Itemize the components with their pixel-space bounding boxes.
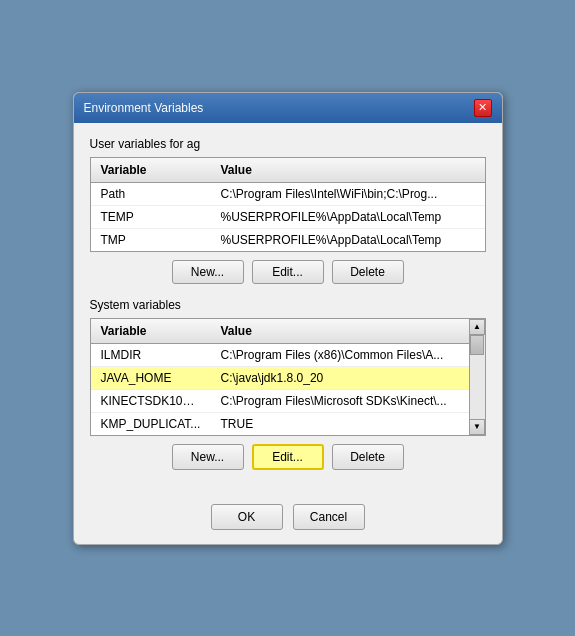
table-row-selected[interactable]: JAVA_HOME C:\java\jdk1.8.0_20	[91, 367, 469, 390]
user-table-header: Variable Value	[91, 158, 485, 183]
user-col-variable: Variable	[91, 161, 211, 179]
sys-row-2-var: KINECTSDK10_DIR	[91, 392, 211, 410]
user-col-value: Value	[211, 161, 485, 179]
title-bar: Environment Variables ✕	[74, 93, 502, 123]
environment-variables-dialog: Environment Variables ✕ User variables f…	[73, 92, 503, 545]
user-edit-button[interactable]: Edit...	[252, 260, 324, 284]
user-row-1-var: TEMP	[91, 208, 211, 226]
table-row[interactable]: TMP %USERPROFILE%\AppData\Local\Temp	[91, 229, 485, 251]
dialog-footer: OK Cancel	[74, 498, 502, 544]
dialog-body: User variables for ag Variable Value Pat…	[74, 123, 502, 498]
user-new-button[interactable]: New...	[172, 260, 244, 284]
system-table-scrollbar[interactable]: ▲ ▼	[469, 319, 485, 435]
user-row-1-val: %USERPROFILE%\AppData\Local\Temp	[211, 208, 485, 226]
cancel-button[interactable]: Cancel	[293, 504, 365, 530]
user-section-label: User variables for ag	[90, 137, 486, 151]
system-variables-table: Variable Value ILMDIR C:\Program Files (…	[90, 318, 486, 436]
ok-button[interactable]: OK	[211, 504, 283, 530]
sys-row-2-val: C:\Program Files\Microsoft SDKs\Kinect\.…	[211, 392, 469, 410]
sys-row-0-var: ILMDIR	[91, 346, 211, 364]
table-row[interactable]: ILMDIR C:\Program Files (x86)\Common Fil…	[91, 344, 469, 367]
dialog-title: Environment Variables	[84, 101, 204, 115]
system-table-with-scroll: Variable Value ILMDIR C:\Program Files (…	[91, 319, 485, 435]
sys-row-0-val: C:\Program Files (x86)\Common Files\A...	[211, 346, 469, 364]
scroll-down-button[interactable]: ▼	[469, 419, 485, 435]
table-row[interactable]: TEMP %USERPROFILE%\AppData\Local\Temp	[91, 206, 485, 229]
user-row-2-var: TMP	[91, 231, 211, 249]
system-col-value: Value	[211, 322, 469, 340]
close-button[interactable]: ✕	[474, 99, 492, 117]
user-button-row: New... Edit... Delete	[90, 260, 486, 284]
sys-row-1-val: C:\java\jdk1.8.0_20	[211, 369, 469, 387]
system-delete-button[interactable]: Delete	[332, 444, 404, 470]
system-button-row: New... Edit... Delete	[90, 444, 486, 470]
user-row-2-val: %USERPROFILE%\AppData\Local\Temp	[211, 231, 485, 249]
scroll-track	[470, 335, 485, 419]
user-row-0-val: C:\Program Files\Intel\WiFi\bin;C:\Prog.…	[211, 185, 485, 203]
user-row-0-var: Path	[91, 185, 211, 203]
table-row[interactable]: KINECTSDK10_DIR C:\Program Files\Microso…	[91, 390, 469, 413]
user-variables-table: Variable Value Path C:\Program Files\Int…	[90, 157, 486, 252]
table-row[interactable]: KMP_DUPLICAT... TRUE	[91, 413, 469, 435]
system-edit-button[interactable]: Edit...	[252, 444, 324, 470]
system-col-variable: Variable	[91, 322, 211, 340]
user-delete-button[interactable]: Delete	[332, 260, 404, 284]
system-table-header: Variable Value	[91, 319, 469, 344]
sys-row-1-var: JAVA_HOME	[91, 369, 211, 387]
scroll-up-button[interactable]: ▲	[469, 319, 485, 335]
scroll-thumb[interactable]	[470, 335, 484, 355]
table-row[interactable]: Path C:\Program Files\Intel\WiFi\bin;C:\…	[91, 183, 485, 206]
sys-row-3-val: TRUE	[211, 415, 469, 433]
sys-row-3-var: KMP_DUPLICAT...	[91, 415, 211, 433]
system-table-inner: Variable Value ILMDIR C:\Program Files (…	[91, 319, 469, 435]
system-section-label: System variables	[90, 298, 486, 312]
system-new-button[interactable]: New...	[172, 444, 244, 470]
